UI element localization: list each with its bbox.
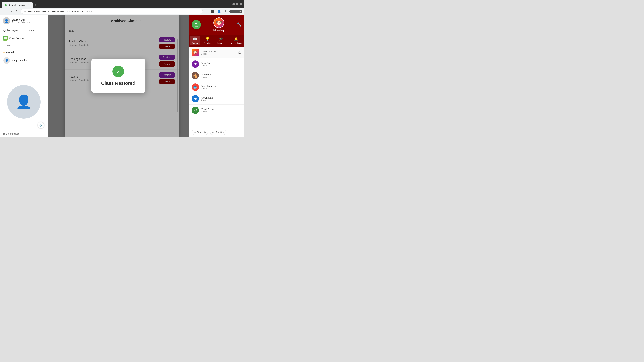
close-button[interactable] bbox=[240, 3, 242, 5]
student-info-jc: Jamie Cris 0 posts bbox=[201, 73, 242, 78]
settings-icon[interactable]: 🔧 bbox=[237, 22, 242, 27]
add-button[interactable]: + Add bbox=[192, 20, 201, 29]
library-nav-item[interactable]: 🗂 Library bbox=[22, 27, 35, 34]
svg-rect-2 bbox=[4, 38, 6, 38]
student-list-item-4[interactable]: MS Mordi Seem 4 posts bbox=[189, 105, 244, 116]
student-info-ms: Mordi Seem 4 posts bbox=[201, 108, 242, 113]
student-name-ms: Mordi Seem bbox=[201, 108, 242, 111]
class-journal-folder-icon: 🗂 bbox=[238, 51, 242, 54]
class-journal-thumbnail: 🐶 bbox=[192, 49, 199, 56]
tab-activities[interactable]: 💡 Activities bbox=[202, 36, 214, 45]
tab-progress[interactable]: 🎓 Progress bbox=[215, 36, 227, 45]
families-plus-icon: ⊕ bbox=[212, 131, 214, 134]
student-list-panel: 🐶 Class Journal 8 posts 🗂 JP Jack Pot 6 … bbox=[189, 47, 244, 128]
families-label: Families bbox=[215, 131, 224, 134]
student-posts-ms: 4 posts bbox=[201, 111, 242, 113]
address-bar-row: ← → ↻ ☆ ⬛ 👤 ⋮ Incognito (2) bbox=[0, 8, 244, 15]
window-controls bbox=[232, 3, 242, 5]
active-tab[interactable]: S Journal - Seesaw ✕ bbox=[2, 2, 32, 8]
class-journal-list-item[interactable]: 🐶 Class Journal 8 posts 🗂 bbox=[189, 47, 244, 58]
star-icon: ★ bbox=[3, 51, 5, 54]
notifications-tab-icon: 🔔 bbox=[234, 37, 238, 41]
bottom-actions: ⊕ Students ⊕ Families bbox=[189, 128, 244, 137]
class-mascot: 🐶 Moodjoy bbox=[214, 17, 224, 32]
student-item[interactable]: 👤 Sample Student bbox=[3, 56, 45, 65]
success-icon: ✓ bbox=[112, 65, 124, 77]
progress-tab-icon: 🎓 bbox=[219, 37, 223, 41]
notifications-tab-label: Notifications bbox=[230, 42, 241, 44]
messages-label: Messages bbox=[7, 29, 18, 32]
class-name-label: Class Journal bbox=[9, 37, 42, 39]
student-posts-jc: 0 posts bbox=[201, 76, 242, 78]
library-label: Library bbox=[27, 29, 34, 32]
right-panel-header: + Add 🐶 Moodjoy 🔧 bbox=[189, 15, 244, 34]
back-nav-button[interactable]: ← bbox=[2, 9, 7, 14]
student-list-item-0[interactable]: JP Jack Pot 6 posts bbox=[189, 58, 244, 70]
student-list-item-2[interactable]: 🐟 John Louises 5 posts bbox=[189, 81, 244, 93]
messages-icon: 💬 bbox=[3, 29, 6, 32]
address-input[interactable] bbox=[21, 9, 203, 14]
student-list-item-1[interactable]: 🐴 Jamie Cris 0 posts bbox=[189, 70, 244, 81]
browser-tabs: S Journal - Seesaw ✕ + bbox=[2, 0, 38, 8]
browser-actions: ☆ ⬛ 👤 ⋮ Incognito (2) bbox=[204, 9, 242, 13]
link-icon-button[interactable]: 🔗 bbox=[38, 122, 44, 128]
minimize-button[interactable] bbox=[232, 3, 235, 5]
student-info-jl: John Louises 5 posts bbox=[201, 85, 242, 90]
restored-modal: ✓ Class Restored bbox=[91, 59, 146, 93]
student-info-kd: Karen Dale 4 posts bbox=[201, 96, 242, 101]
date-back-button[interactable]: ‹ bbox=[3, 44, 4, 47]
student-posts-kd: 4 posts bbox=[201, 99, 242, 101]
class-journal-info: Class Journal 8 posts bbox=[201, 50, 238, 55]
tab-close-button[interactable]: ✕ bbox=[27, 3, 30, 6]
reload-button[interactable]: ↻ bbox=[15, 9, 19, 14]
messages-nav-item[interactable]: 💬 Messages bbox=[2, 27, 19, 34]
add-label: Add bbox=[194, 26, 198, 28]
large-student-circle: 👤 bbox=[7, 85, 40, 119]
incognito-badge[interactable]: Incognito (2) bbox=[229, 10, 242, 13]
svg-rect-1 bbox=[4, 37, 6, 38]
bookmark-button[interactable]: ☆ bbox=[204, 9, 208, 13]
students-label: Students bbox=[197, 131, 206, 134]
menu-button[interactable]: ⋮ bbox=[223, 9, 228, 13]
profile-button[interactable]: 👤 bbox=[216, 9, 222, 13]
tab-notifications[interactable]: 🔔 Notifications bbox=[228, 36, 243, 45]
new-tab-button[interactable]: + bbox=[33, 2, 38, 7]
right-panel: + Add 🐶 Moodjoy 🔧 📖 Journal 💡 Activities… bbox=[189, 15, 244, 137]
tab-favicon: S bbox=[5, 3, 8, 6]
student-name-kd: Karen Dale bbox=[201, 96, 242, 99]
bottom-note: This is our class! bbox=[3, 132, 20, 135]
student-avatar-jp: JP bbox=[192, 60, 199, 68]
tab-title: Journal - Seesaw bbox=[9, 4, 26, 6]
extension-button[interactable]: ⬛ bbox=[210, 9, 215, 13]
user-name: Lauren Deli bbox=[12, 18, 30, 21]
library-icon: 🗂 bbox=[23, 29, 26, 32]
student-avatar-jl: 🐟 bbox=[192, 83, 199, 91]
tab-journal[interactable]: 📖 Journal bbox=[190, 36, 200, 45]
student-posts-jp: 6 posts bbox=[201, 64, 242, 67]
student-avatar: 👤 bbox=[3, 57, 10, 64]
students-button[interactable]: ⊕ Students bbox=[192, 130, 208, 135]
maximize-button[interactable] bbox=[236, 3, 238, 5]
date-nav: ‹ Dates bbox=[0, 42, 48, 49]
student-avatar-jc: 🐴 bbox=[192, 72, 199, 79]
families-button[interactable]: ⊕ Families bbox=[210, 130, 226, 135]
dates-label: Dates bbox=[5, 44, 11, 47]
user-avatar: 👤 bbox=[3, 17, 10, 24]
journal-tab-label: Journal bbox=[192, 42, 198, 44]
progress-tab-label: Progress bbox=[217, 42, 225, 44]
sidebar-header: 👤 Lauren Deli Teacher - 2 Classes bbox=[0, 15, 48, 27]
student-list-item-3[interactable]: KD Karen Dale 4 posts bbox=[189, 93, 244, 105]
class-selector[interactable]: Class Journal ▼ bbox=[0, 34, 48, 42]
mascot-avatar: 🐶 bbox=[214, 17, 224, 28]
user-info: Lauren Deli Teacher - 2 Classes bbox=[12, 18, 30, 23]
user-role: Teacher - 2 Classes bbox=[12, 21, 30, 23]
right-nav-tabs: 📖 Journal 💡 Activities 🎓 Progress 🔔 Noti… bbox=[189, 34, 244, 47]
add-plus-icon: + bbox=[195, 21, 198, 26]
journal-tab-icon: 📖 bbox=[192, 37, 197, 41]
restored-text: Class Restored bbox=[101, 81, 136, 86]
student-name: Sample Student bbox=[12, 59, 28, 62]
student-info-jp: Jack Pot 6 posts bbox=[201, 61, 242, 67]
activities-tab-label: Activities bbox=[204, 42, 212, 44]
forward-nav-button[interactable]: → bbox=[8, 9, 14, 14]
student-posts-jl: 5 posts bbox=[201, 87, 242, 90]
